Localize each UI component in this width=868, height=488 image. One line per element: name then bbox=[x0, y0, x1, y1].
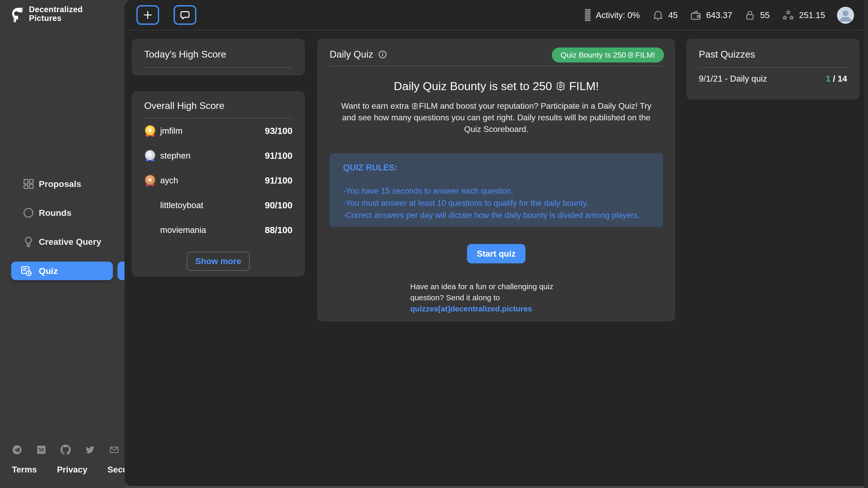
past-quiz-score: 1 / 14 bbox=[826, 74, 847, 84]
daily-quiz-card: Daily Quiz Quiz Bounty Is 250 FILM! bbox=[317, 39, 675, 322]
sidebar-item-label: Proposals bbox=[39, 179, 81, 189]
player-name: jmfilm bbox=[160, 126, 265, 136]
chat-button[interactable] bbox=[174, 5, 196, 25]
overall-high-score-card: Overall High Score ★ jmfilm 93/100 ★ ste… bbox=[132, 91, 305, 276]
bronze-medal-icon: ★ bbox=[144, 174, 156, 187]
player-score: 88/100 bbox=[265, 225, 292, 235]
quiz-bounty-badge: Quiz Bounty Is 250 FILM! bbox=[552, 47, 664, 63]
score-row: ★ stephen 91/100 bbox=[144, 143, 292, 168]
todays-high-score-card: Today's High Score bbox=[132, 39, 305, 75]
notifications-count: 45 bbox=[668, 10, 678, 20]
quiz-icon bbox=[20, 264, 33, 278]
film-token-icon bbox=[627, 52, 634, 59]
divider bbox=[144, 67, 292, 68]
sidebar-item-rounds[interactable]: Rounds bbox=[0, 203, 125, 222]
reputation-value: 251.15 bbox=[799, 10, 825, 20]
past-quizzes-card: Past Quizzes 9/1/21 - Daily quiz 1 / 14 bbox=[686, 39, 860, 100]
topbar-status-cluster: Activity: 0% 45 bbox=[584, 0, 854, 30]
social-links: M bbox=[12, 445, 119, 455]
daily-quiz-intro: Want to earn extra FILM and boost your r… bbox=[334, 100, 659, 135]
film-token-icon bbox=[555, 81, 566, 92]
quiz-rules-title: QUIZ RULES: bbox=[343, 163, 649, 172]
reputation-indicator[interactable]: 251.15 bbox=[781, 9, 825, 22]
overall-high-score-title: Overall High Score bbox=[144, 100, 292, 111]
github-icon[interactable] bbox=[60, 445, 71, 455]
topbar: Activity: 0% 45 bbox=[125, 0, 864, 30]
score-row: littletoyboat 90/100 bbox=[144, 193, 292, 218]
activity-meter-icon bbox=[584, 8, 592, 22]
bottom-edge-strip bbox=[125, 486, 864, 488]
past-quiz-label: 9/1/21 - Daily quiz bbox=[699, 74, 826, 84]
player-name: stephen bbox=[160, 151, 265, 161]
footer-links: Terms Privacy Security bbox=[12, 465, 141, 475]
chat-icon bbox=[179, 9, 191, 21]
wallet-balance: 643.37 bbox=[706, 10, 732, 20]
quiz-rule: -You must answer at least 10 questions t… bbox=[343, 197, 649, 209]
privacy-link[interactable]: Privacy bbox=[57, 465, 87, 475]
sidebar-item-proposals[interactable]: Proposals bbox=[0, 174, 125, 193]
brand-name: Decentralized Pictures bbox=[29, 5, 83, 23]
show-more-button[interactable]: Show more bbox=[187, 252, 250, 271]
player-score: 91/100 bbox=[265, 151, 292, 161]
medium-icon[interactable]: M bbox=[36, 445, 46, 455]
svg-text:M: M bbox=[39, 447, 44, 453]
player-name: littletoyboat bbox=[160, 200, 265, 210]
notifications-indicator[interactable]: 45 bbox=[652, 9, 678, 22]
stars-icon bbox=[781, 9, 795, 22]
sidebar-item-label: Quiz bbox=[39, 266, 58, 276]
film-token-icon bbox=[411, 102, 419, 110]
sidebar-item-creative-query[interactable]: Creative Query bbox=[0, 232, 125, 251]
info-icon[interactable] bbox=[378, 50, 387, 59]
activity-value: Activity: 0% bbox=[596, 10, 640, 20]
daily-quiz-headline: Daily Quiz Bounty is set to 250 FILM! bbox=[317, 79, 675, 93]
quiz-rule: -Correct answers per day will dictate ho… bbox=[343, 209, 649, 221]
todays-high-score-title: Today's High Score bbox=[144, 49, 292, 60]
terms-link[interactable]: Terms bbox=[12, 465, 37, 475]
past-quizzes-title: Past Quizzes bbox=[699, 49, 847, 60]
player-score: 91/100 bbox=[265, 175, 292, 186]
daily-quiz-title: Daily Quiz bbox=[330, 49, 373, 60]
main-content-region: Activity: 0% 45 bbox=[125, 0, 864, 486]
score-row: ★ aych 91/100 bbox=[144, 168, 292, 193]
plus-icon bbox=[142, 9, 153, 21]
badge-text-suffix: FILM! bbox=[635, 51, 655, 59]
score-row: moviemania 88/100 bbox=[144, 218, 292, 242]
decentralized-pictures-logo-icon bbox=[11, 5, 25, 23]
start-quiz-button[interactable]: Start quiz bbox=[467, 244, 525, 263]
bell-icon bbox=[652, 9, 664, 22]
sidebar-item-label: Rounds bbox=[39, 208, 71, 218]
quiz-idea-note: Have an idea for a fun or challenging qu… bbox=[410, 281, 553, 314]
circle-icon bbox=[22, 206, 35, 220]
player-name: aych bbox=[160, 175, 265, 185]
email-icon[interactable] bbox=[109, 445, 119, 455]
locked-count: 55 bbox=[760, 10, 770, 20]
locked-indicator[interactable]: 55 bbox=[744, 9, 770, 21]
brand-logo[interactable]: Decentralized Pictures bbox=[11, 5, 83, 23]
activity-indicator[interactable]: Activity: 0% bbox=[584, 8, 640, 22]
player-name: moviemania bbox=[160, 225, 265, 235]
quiz-rule: -You have 15 seconds to answer each ques… bbox=[343, 185, 649, 197]
player-score: 93/100 bbox=[265, 126, 292, 136]
silver-medal-icon: ★ bbox=[144, 150, 156, 162]
sidebar: Decentralized Pictures Proposals Rounds bbox=[0, 0, 125, 488]
twitter-icon[interactable] bbox=[85, 445, 95, 455]
badge-text-prefix: Quiz Bounty Is 250 bbox=[561, 51, 626, 59]
avatar[interactable] bbox=[837, 7, 854, 24]
quiz-email-link[interactable]: quizzes[at]decentralized.pictures bbox=[410, 303, 553, 314]
lock-icon bbox=[744, 9, 756, 21]
score-row: ★ jmfilm 93/100 bbox=[144, 119, 292, 143]
past-quiz-row[interactable]: 9/1/21 - Daily quiz 1 / 14 bbox=[699, 74, 847, 84]
gold-medal-icon: ★ bbox=[144, 125, 156, 137]
wallet-balance-indicator[interactable]: 643.37 bbox=[689, 9, 732, 22]
divider bbox=[699, 67, 847, 68]
sidebar-item-quiz[interactable]: Quiz bbox=[11, 262, 113, 280]
sidebar-item-label: Creative Query bbox=[39, 237, 101, 247]
quiz-rules-box: QUIZ RULES: -You have 15 seconds to answ… bbox=[330, 153, 663, 227]
telegram-icon[interactable] bbox=[12, 445, 22, 455]
add-button[interactable] bbox=[136, 5, 159, 25]
player-score: 90/100 bbox=[265, 200, 292, 210]
lightbulb-icon bbox=[22, 235, 35, 249]
grid-icon bbox=[22, 177, 35, 191]
divider bbox=[330, 66, 663, 66]
scrollbar-track[interactable] bbox=[864, 0, 868, 488]
